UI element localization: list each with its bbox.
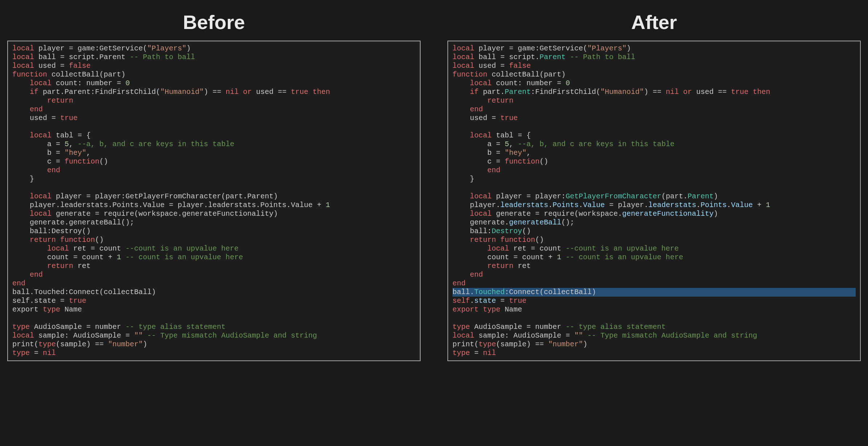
code-line: if part.Parent:FindFirstChild("Humanoid"…: [452, 88, 856, 96]
code-line: end: [452, 271, 856, 279]
before-code-box: local player = game:GetService("Players"…: [7, 41, 421, 361]
code-line: used = true: [12, 114, 416, 123]
code-line: end: [12, 271, 416, 279]
code-line: end: [452, 105, 856, 114]
code-line: local sample: AudioSample = "" -- Type m…: [12, 331, 416, 340]
code-line: local ret = count --count is an upvalue …: [452, 244, 856, 253]
code-line: c = function(): [452, 157, 856, 166]
code-line: local count: number = 0: [452, 79, 856, 88]
code-line: local ball = script.Parent -- Path to ba…: [452, 53, 856, 62]
after-title: After: [447, 11, 861, 33]
code-line: ball.Touched:Connect(collectBall): [12, 288, 416, 297]
code-line: local ball = script.Parent -- Path to ba…: [12, 53, 416, 62]
before-column: Before local player = game:GetService("P…: [7, 7, 421, 361]
code-line: c = function(): [12, 157, 416, 166]
before-title: Before: [7, 11, 421, 33]
code-line: local tabl = {: [12, 131, 416, 140]
code-line: local player = player:GetPlayerFromChara…: [12, 192, 416, 201]
code-line: local ret = count --count is an upvalue …: [12, 244, 416, 253]
code-line: b = "hey",: [452, 149, 856, 157]
code-line: local generate = require(workspace.gener…: [452, 210, 856, 218]
code-line: if part.Parent:FindFirstChild("Humanoid"…: [12, 88, 416, 96]
code-line: end: [12, 279, 416, 288]
code-line: count = count + 1 -- count is an upvalue…: [12, 253, 416, 262]
code-line: local generate = require(workspace.gener…: [12, 210, 416, 218]
code-line: type = nil: [452, 349, 856, 358]
code-line: player.leaderstats.Points.Value = player…: [12, 201, 416, 210]
code-line: b = "hey",: [12, 149, 416, 157]
code-line: [12, 123, 416, 131]
code-line: a = 5, --a, b, and c are keys in this ta…: [12, 140, 416, 149]
after-column: After local player = game:GetService("Pl…: [447, 7, 861, 361]
code-line: local tabl = {: [452, 131, 856, 140]
code-line: end: [12, 166, 416, 175]
code-line: local player = player:GetPlayerFromChara…: [452, 192, 856, 201]
code-line: end: [12, 105, 416, 114]
code-line: export type Name: [12, 305, 416, 314]
code-line: local player = game:GetService("Players"…: [452, 44, 856, 53]
code-line: }: [12, 175, 416, 183]
code-line: self.state = true: [452, 297, 856, 305]
code-line: return ret: [12, 262, 416, 271]
code-line: export type Name: [452, 305, 856, 314]
code-line: return: [452, 96, 856, 105]
code-line: generate.generateBall();: [452, 218, 856, 227]
code-line: end: [452, 279, 856, 288]
code-line: }: [452, 175, 856, 183]
code-line: used = true: [452, 114, 856, 123]
code-line: type AudioSample = number -- type alias …: [452, 323, 856, 331]
code-line: count = count + 1 -- count is an upvalue…: [452, 253, 856, 262]
code-line: generate.generateBall();: [12, 218, 416, 227]
code-line: [452, 123, 856, 131]
comparison-container: Before local player = game:GetService("P…: [0, 0, 868, 368]
code-line: [12, 183, 416, 192]
code-line: return: [12, 96, 416, 105]
code-line: type = nil: [12, 349, 416, 358]
code-line: return function(): [12, 236, 416, 244]
code-line: ball.Touched:Connect(collectBall): [452, 288, 856, 297]
code-line: local count: number = 0: [12, 79, 416, 88]
code-line: local used = false: [452, 62, 856, 70]
code-line: local player = game:GetService("Players"…: [12, 44, 416, 53]
after-code-box: local player = game:GetService("Players"…: [447, 41, 861, 361]
code-line: end: [452, 166, 856, 175]
code-line: return function(): [452, 236, 856, 244]
code-line: [452, 183, 856, 192]
code-line: function collectBall(part): [12, 70, 416, 79]
code-line: local sample: AudioSample = "" -- Type m…: [452, 331, 856, 340]
code-line: function collectBall(part): [452, 70, 856, 79]
code-line: print(type(sample) == "number"): [12, 340, 416, 349]
code-line: [452, 314, 856, 323]
code-line: return ret: [452, 262, 856, 271]
code-line: type AudioSample = number -- type alias …: [12, 323, 416, 331]
code-line: local used = false: [12, 62, 416, 70]
code-line: print(type(sample) == "number"): [452, 340, 856, 349]
code-line: [12, 314, 416, 323]
code-line: player.leaderstats.Points.Value = player…: [452, 201, 856, 210]
code-line: ball:Destroy(): [12, 227, 416, 236]
code-line: ball:Destroy(): [452, 227, 856, 236]
code-line: self.state = true: [12, 297, 416, 305]
code-line: a = 5, --a, b, and c are keys in this ta…: [452, 140, 856, 149]
